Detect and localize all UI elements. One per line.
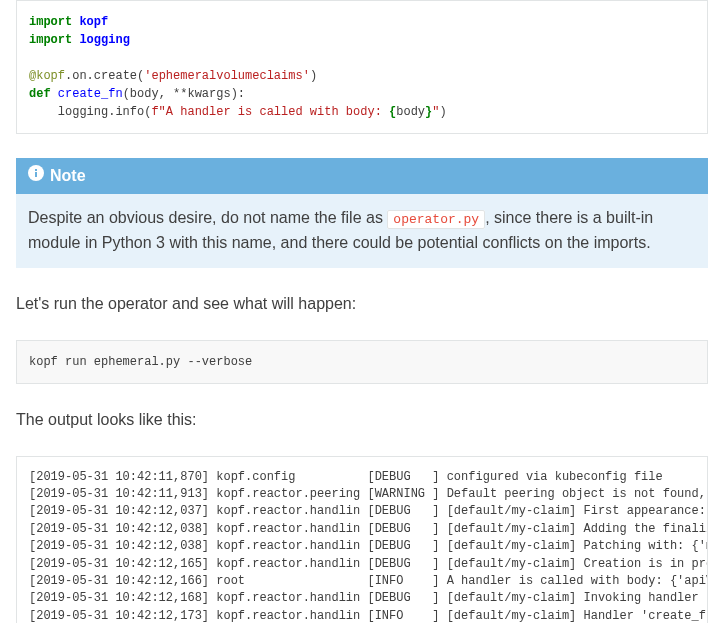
keyword-def: def	[29, 87, 51, 101]
keyword-import: import	[29, 15, 72, 29]
log-output-block: [2019-05-31 10:42:11,870] kopf.config [D…	[16, 456, 708, 623]
function-sig: (body, **kwargs):	[123, 87, 245, 101]
call-logging: logging.info(	[29, 105, 151, 119]
note-body: Despite an obvious desire, do not name t…	[16, 194, 708, 268]
module-kopf: kopf	[79, 15, 108, 29]
svg-rect-2	[35, 169, 37, 171]
function-name: create_fn	[58, 87, 123, 101]
inline-code-operator: operator.py	[387, 210, 485, 229]
fstring: f"A handler is called with body:	[151, 105, 389, 119]
note-text-pre: Despite an obvious desire, do not name t…	[28, 209, 387, 226]
note-admonition: Note Despite an obvious desire, do not n…	[16, 158, 708, 268]
decorator-rest: .on.create(	[65, 69, 144, 83]
note-title-text: Note	[50, 164, 86, 188]
paren-close: )	[439, 105, 446, 119]
note-title-bar: Note	[16, 158, 708, 194]
python-code-block: import kopf import logging @kopf.on.crea…	[16, 0, 708, 134]
keyword-import: import	[29, 33, 72, 47]
string-resource: 'ephemeralvolumeclaims'	[144, 69, 310, 83]
module-logging: logging	[79, 33, 129, 47]
interp-var: body	[396, 105, 425, 119]
info-icon	[28, 164, 44, 188]
svg-rect-1	[35, 172, 37, 177]
paren-close: )	[310, 69, 317, 83]
command-block: kopf run ephemeral.py --verbose	[16, 340, 708, 384]
decorator: @kopf	[29, 69, 65, 83]
paragraph-run: Let's run the operator and see what will…	[16, 292, 708, 316]
paragraph-output: The output looks like this:	[16, 408, 708, 432]
